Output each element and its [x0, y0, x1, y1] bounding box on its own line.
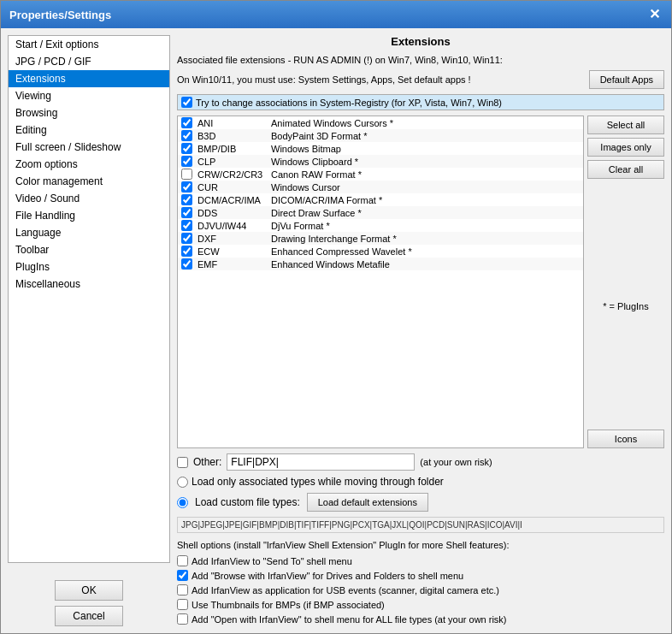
- cancel-button[interactable]: Cancel: [55, 606, 123, 626]
- icons-button[interactable]: Icons: [587, 430, 664, 448]
- sidebar: Start / Exit optionsJPG / PCD / GIFExten…: [8, 35, 170, 626]
- other-row: Other: (at your own risk): [177, 453, 664, 471]
- other-checkbox[interactable]: [177, 457, 188, 468]
- ext-name: CLP: [197, 157, 266, 167]
- ext-row-emf: EMFEnhanced Windows Metafile: [178, 258, 583, 270]
- ext-row-ani: ANIAnimated Windows Cursors *: [178, 116, 583, 129]
- shell-section: Shell options (install "IrfanView Shell …: [177, 540, 664, 626]
- title-bar: Properties/Settings ✕: [1, 1, 671, 28]
- dialog-title: Properties/Settings: [9, 9, 111, 21]
- ext-row-dds: DDSDirect Draw Surface *: [178, 206, 583, 219]
- close-button[interactable]: ✕: [645, 6, 663, 23]
- ext-checkbox-ani[interactable]: [181, 117, 192, 128]
- ext-name: EMF: [197, 259, 266, 270]
- ext-checkbox-dxf[interactable]: [181, 233, 192, 244]
- ext-checkbox-emf[interactable]: [181, 258, 192, 270]
- radio-load-custom-label: Load custom file types:: [195, 496, 300, 508]
- info-text-2: On Win10/11, you must use: System Settin…: [177, 74, 471, 85]
- ext-checkbox-crw/cr2/cr3[interactable]: [181, 169, 192, 180]
- sidebar-item-video---sound[interactable]: Video / Sound: [9, 190, 169, 207]
- info-text-1: Associated file extensions - RUN AS ADMI…: [177, 55, 664, 65]
- radio-load-custom[interactable]: [177, 497, 188, 508]
- shell-option-label-4: Add "Open with IrfanView" to shell menu …: [192, 614, 507, 625]
- plugin-note: * = PlugIns: [587, 301, 664, 311]
- ext-name: B3D: [197, 131, 266, 141]
- extensions-area: ANIAnimated Windows Cursors *B3DBodyPain…: [177, 116, 664, 448]
- load-row: Load custom file types: Load default ext…: [177, 493, 664, 512]
- ext-checkbox-b3d[interactable]: [181, 130, 192, 141]
- default-apps-button[interactable]: Default Apps: [589, 70, 664, 89]
- sidebar-item-zoom-options[interactable]: Zoom options: [9, 156, 169, 173]
- sidebar-item-plugins[interactable]: PlugIns: [9, 258, 169, 276]
- load-default-button[interactable]: Load default extensions: [307, 493, 428, 512]
- ext-name: DXF: [197, 234, 266, 244]
- other-input[interactable]: [227, 453, 415, 471]
- file-types-text: JPG|JPEG|JPE|GIF|BMP|DIB|TIF|TIFF|PNG|PC…: [177, 517, 664, 533]
- ext-desc: DICOM/ACR/IMA Format *: [271, 195, 580, 205]
- radio-load-only[interactable]: [177, 477, 188, 488]
- ext-desc: BodyPaint 3D Format *: [271, 131, 580, 141]
- ext-checkbox-cur[interactable]: [181, 181, 192, 193]
- ext-checkbox-dcm/acr/ima[interactable]: [181, 194, 192, 205]
- ext-desc: Windows Cursor: [271, 182, 580, 193]
- sidebar-item-color-management[interactable]: Color management: [9, 173, 169, 190]
- ext-row-dcm/acr/ima: DCM/ACR/IMADICOM/ACR/IMA Format *: [178, 193, 583, 206]
- ext-name: DDS: [197, 208, 266, 218]
- sidebar-item-jpg---pcd---gif[interactable]: JPG / PCD / GIF: [9, 53, 169, 70]
- sidebar-buttons: OK Cancel: [8, 580, 170, 626]
- shell-option-3: Use Thumbnails for BMPs (if BMP associat…: [177, 597, 664, 612]
- sidebar-item-editing[interactable]: Editing: [9, 121, 169, 139]
- ext-name: ECW: [197, 246, 266, 257]
- radio-load-only-label: Load only associated types while moving …: [192, 476, 444, 488]
- ext-row-bmp/dib: BMP/DIBWindows Bitmap: [178, 142, 583, 155]
- select-all-button[interactable]: Select all: [587, 116, 664, 134]
- ext-checkbox-clp[interactable]: [181, 156, 192, 167]
- ext-desc: Windows Bitmap: [271, 144, 580, 154]
- shell-checkbox-4[interactable]: [177, 613, 188, 625]
- sidebar-item-file-handling[interactable]: File Handling: [9, 207, 169, 224]
- shell-option-0: Add IrfanView to "Send To" shell menu: [177, 554, 664, 568]
- ext-row-crw/cr2/cr3: CRW/CR2/CR3Canon RAW Format *: [178, 168, 583, 181]
- ext-desc: Windows Clipboard *: [271, 157, 580, 167]
- shell-checkbox-2[interactable]: [177, 584, 188, 595]
- sidebar-item-miscellaneous[interactable]: Miscellaneous: [9, 276, 169, 293]
- shell-option-label-3: Use Thumbnails for BMPs (if BMP associat…: [192, 600, 385, 610]
- shell-option-label-0: Add IrfanView to "Send To" shell menu: [192, 556, 352, 566]
- images-only-button[interactable]: Images only: [587, 138, 664, 157]
- ext-checkbox-djvu/iw44[interactable]: [181, 220, 192, 231]
- sidebar-item-start---exit-options[interactable]: Start / Exit options: [9, 36, 169, 53]
- ext-row-cur: CURWindows Cursor: [178, 181, 583, 193]
- ext-name: DCM/ACR/IMA: [197, 195, 266, 205]
- ext-checkbox-ecw[interactable]: [181, 246, 192, 257]
- other-label: Other:: [193, 456, 221, 468]
- clear-all-button[interactable]: Clear all: [587, 160, 664, 179]
- shell-option-label-2: Add IrfanView as application for USB eve…: [192, 585, 499, 595]
- sidebar-item-toolbar[interactable]: Toolbar: [9, 241, 169, 258]
- main-panel: Extensions Associated file extensions - …: [177, 35, 664, 626]
- sidebar-item-browsing[interactable]: Browsing: [9, 104, 169, 121]
- sidebar-item-viewing[interactable]: Viewing: [9, 87, 169, 104]
- ext-desc: Animated Windows Cursors *: [271, 118, 580, 128]
- ext-desc: Enhanced Compressed Wavelet *: [271, 246, 580, 257]
- ext-checkbox-dds[interactable]: [181, 207, 192, 218]
- sidebar-item-extensions[interactable]: Extensions: [9, 70, 169, 87]
- ext-checkbox-bmp/dib[interactable]: [181, 143, 192, 154]
- ext-name: DJVU/IW44: [197, 221, 266, 231]
- ext-row-b3d: B3DBodyPaint 3D Format *: [178, 129, 583, 142]
- ext-row-ecw: ECWEnhanced Compressed Wavelet *: [178, 245, 583, 258]
- registry-checkbox-row: Try to change associations in System-Reg…: [177, 94, 664, 110]
- sidebar-list: Start / Exit optionsJPG / PCD / GIFExten…: [8, 35, 170, 563]
- ok-button[interactable]: OK: [55, 580, 123, 601]
- panel-title: Extensions: [177, 35, 664, 48]
- registry-checkbox[interactable]: [181, 97, 192, 108]
- ext-name: CUR: [197, 182, 266, 193]
- ext-name: CRW/CR2/CR3: [197, 169, 266, 180]
- shell-option-label-1: Add "Browse with IrfanView" for Drives a…: [192, 571, 463, 581]
- shell-checkbox-1[interactable]: [177, 570, 188, 581]
- shell-checkbox-0[interactable]: [177, 555, 188, 566]
- sidebar-item-full-screen---slideshow[interactable]: Full screen / Slideshow: [9, 139, 169, 156]
- properties-dialog: Properties/Settings ✕ Start / Exit optio…: [0, 0, 672, 634]
- shell-checkbox-3[interactable]: [177, 599, 188, 610]
- registry-label: Try to change associations in System-Reg…: [196, 98, 502, 108]
- sidebar-item-language[interactable]: Language: [9, 224, 169, 241]
